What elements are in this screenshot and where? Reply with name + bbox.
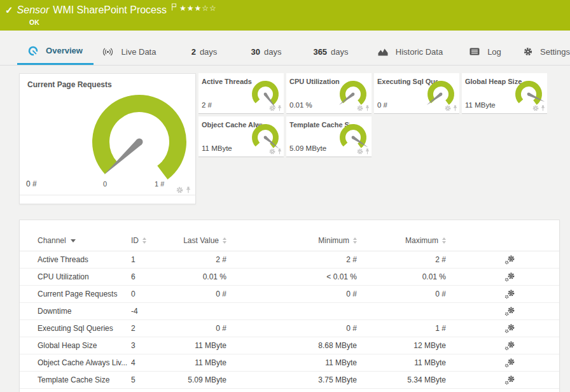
channel-settings-icon[interactable] [504,272,515,282]
cell-id: 4 [131,358,166,367]
gear-icon[interactable] [176,186,183,193]
gauge-cell: Template Cache Size 5.09 MByte [286,116,372,157]
gauge-value: 5.09 MByte [289,144,326,152]
cell-minimum: 0 # [226,290,357,298]
cell-channel: Template Cache Size [38,375,131,384]
sort-desc-icon [71,239,76,242]
cell-last-value: 11 MByte [166,358,226,367]
tab-live-data[interactable]: Live Data [95,38,162,65]
cell-id: 1 [131,255,166,264]
cell-channel: Global Heap Size [38,341,131,350]
gear-icon[interactable] [357,148,363,155]
gear-icon[interactable] [269,148,275,155]
cell-last-value: 5.09 MByte [166,375,226,384]
cell-minimum: 3.75 MByte [226,375,357,384]
pin-icon[interactable] [277,148,282,155]
gauge-cell: Active Threads 2 # [198,73,284,114]
col-header-id[interactable]: ID [131,236,166,245]
pin-icon[interactable] [452,105,458,111]
table-row[interactable]: Global Heap Size 3 11 MByte 8.68 MByte 1… [20,337,559,354]
channel-settings-icon[interactable] [504,358,515,368]
tab-historic-data[interactable]: Historic Data [369,38,452,65]
col-header-maximum[interactable]: Maximum [357,236,446,245]
gauge-icon [28,46,38,56]
log-icon [469,48,480,55]
col-header-channel[interactable]: Channel [38,236,131,245]
primary-gauge-scale-end: 1 # [155,180,164,188]
cell-id: 2 [131,324,166,333]
channel-settings-icon[interactable] [504,375,515,385]
channel-settings-icon[interactable] [504,324,515,333]
gauge-cell: Global Heap Size 11 MByte [462,73,547,114]
gauge-value: 0.01 % [289,101,312,109]
cell-id: -4 [131,307,166,316]
cell-last-value: 11 MByte [166,341,226,350]
pin-icon[interactable] [277,105,282,111]
table-row[interactable]: Current Page Requests 0 0 # 0 # 0 # [20,286,559,303]
gauge-cell: Executing Sql Queries 0 # [374,73,459,114]
cell-maximum: 2 # [357,255,446,264]
tab-30-days[interactable]: 30 days [237,38,291,65]
cell-minimum: 0 # [226,324,357,333]
pin-icon[interactable] [185,186,191,193]
table-row[interactable]: Executing Sql Queries 2 0 # 0 # 1 # [20,320,559,337]
table-row[interactable]: Active Threads 1 2 # 2 # 2 # [20,251,559,269]
priority-stars[interactable]: ★★★☆☆ [179,4,217,13]
cell-id: 0 [131,290,166,298]
table-row[interactable]: Downtime -4 [20,303,559,320]
col-header-minimum[interactable]: Minimum [226,236,357,245]
sensor-status-badge: OK [29,18,39,26]
sort-icon [142,237,146,244]
gear-icon [524,47,532,56]
tab-overview[interactable]: Overview [17,38,94,65]
pin-icon[interactable] [540,105,546,111]
cell-channel: CPU Utilization [38,272,131,281]
cell-channel: Current Page Requests [38,290,131,298]
sensor-type-label: Sensor [17,3,50,17]
channel-settings-icon[interactable] [504,341,515,351]
tab-2-days[interactable]: 2 days [180,38,225,65]
sensor-title: WMI SharePoint Process [53,3,167,17]
cell-minimum: < 0.01 % [226,272,357,281]
channel-table-header: Channel ID Last Value Minimum Maximum [20,220,559,251]
broadcast-icon [102,48,114,56]
cell-minimum: 8.68 MByte [226,341,357,350]
tab-bar: Overview Live Data 2 days 30 days 365 da… [0,31,570,66]
table-row[interactable]: Template Cache Size 5 5.09 MByte 3.75 MB… [20,372,559,389]
gear-icon[interactable] [445,105,451,111]
channel-settings-icon[interactable] [504,255,515,265]
col-header-last-value[interactable]: Last Value [166,236,226,245]
cell-channel: Downtime [38,307,131,316]
gauge-value: 11 MByte [202,144,232,152]
channel-settings-icon[interactable] [504,290,515,299]
gear-icon[interactable] [532,105,539,111]
cell-maximum: 11 MByte [357,358,446,367]
cell-maximum: 5.34 MByte [357,375,446,384]
table-row[interactable]: Object Cache Always Liv... 4 11 MByte 11… [20,354,559,372]
cell-id: 5 [131,375,166,384]
cell-channel: Object Cache Always Liv... [38,358,131,367]
cell-id: 6 [131,272,166,281]
primary-gauge-scale-start: 0 [103,180,107,188]
cell-maximum: 0.01 % [357,272,446,281]
gauge-cell: CPU Utilization 0.01 % [286,73,372,114]
tab-log[interactable]: Log [462,38,508,65]
flag-icon[interactable] [171,3,177,11]
table-row[interactable]: CPU Utilization 6 0.01 % < 0.01 % 0.01 % [20,269,559,286]
cell-last-value: 2 # [166,255,226,264]
gauge-value: 11 MByte [465,101,496,109]
channel-settings-icon[interactable] [504,307,515,316]
tab-365-days[interactable]: 365 days [300,38,358,65]
gear-icon[interactable] [357,105,363,111]
pin-icon[interactable] [365,148,370,155]
gauge-cell: Object Cache Always L... 11 MByte [198,116,284,157]
pin-icon[interactable] [365,105,370,111]
tab-settings[interactable]: Settings [517,38,570,65]
cell-maximum: 1 # [357,324,446,333]
gear-icon[interactable] [269,105,275,111]
gauge-value: 2 # [202,101,212,109]
cell-maximum: 0 # [357,290,446,298]
sensor-header: ✓ Sensor WMI SharePoint Process ★★★☆☆ OK [0,0,570,31]
cell-channel: Executing Sql Queries [38,324,131,333]
sort-icon [442,237,446,244]
